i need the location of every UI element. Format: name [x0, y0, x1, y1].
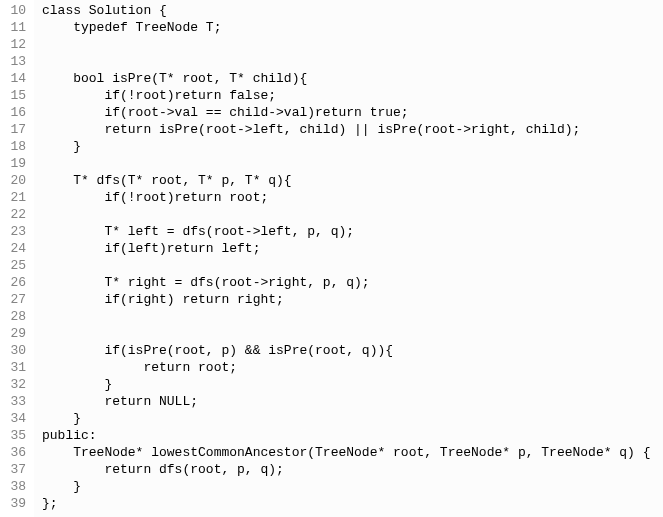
line-number: 16 [4, 104, 26, 121]
line-number: 35 [4, 427, 26, 444]
code-line: public: [42, 427, 659, 444]
line-number: 11 [4, 19, 26, 36]
code-line: }; [42, 495, 659, 512]
code-line: } [42, 376, 659, 393]
line-number: 30 [4, 342, 26, 359]
code-line: T* dfs(T* root, T* p, T* q){ [42, 172, 659, 189]
code-line: if(right) return right; [42, 291, 659, 308]
code-line: class Solution { [42, 2, 659, 19]
line-number: 19 [4, 155, 26, 172]
line-number: 34 [4, 410, 26, 427]
code-line: } [42, 138, 659, 155]
code-line [42, 53, 659, 70]
line-number: 20 [4, 172, 26, 189]
code-line: } [42, 478, 659, 495]
code-line: return dfs(root, p, q); [42, 461, 659, 478]
code-line: return NULL; [42, 393, 659, 410]
code-line: return isPre(root->left, child) || isPre… [42, 121, 659, 138]
line-number: 28 [4, 308, 26, 325]
code-line: TreeNode* lowestCommonAncestor(TreeNode*… [42, 444, 659, 461]
code-line [42, 325, 659, 342]
code-line: if(left)return left; [42, 240, 659, 257]
code-line: if(isPre(root, p) && isPre(root, q)){ [42, 342, 659, 359]
line-number: 27 [4, 291, 26, 308]
code-line: T* left = dfs(root->left, p, q); [42, 223, 659, 240]
code-line [42, 308, 659, 325]
line-number: 37 [4, 461, 26, 478]
line-number: 23 [4, 223, 26, 240]
code-line: if(root->val == child->val)return true; [42, 104, 659, 121]
code-line: if(!root)return false; [42, 87, 659, 104]
line-number: 15 [4, 87, 26, 104]
code-line [42, 206, 659, 223]
code-line [42, 257, 659, 274]
line-number: 29 [4, 325, 26, 342]
line-number: 12 [4, 36, 26, 53]
code-line: T* right = dfs(root->right, p, q); [42, 274, 659, 291]
line-number: 13 [4, 53, 26, 70]
line-number: 36 [4, 444, 26, 461]
line-number: 31 [4, 359, 26, 376]
line-number: 32 [4, 376, 26, 393]
line-number: 33 [4, 393, 26, 410]
code-line: typedef TreeNode T; [42, 19, 659, 36]
code-line: bool isPre(T* root, T* child){ [42, 70, 659, 87]
line-number-gutter: 1011121314151617181920212223242526272829… [0, 0, 34, 517]
line-number: 22 [4, 206, 26, 223]
code-line: if(!root)return root; [42, 189, 659, 206]
code-line [42, 155, 659, 172]
code-line: return root; [42, 359, 659, 376]
code-line: } [42, 410, 659, 427]
line-number: 39 [4, 495, 26, 512]
line-number: 10 [4, 2, 26, 19]
line-number: 18 [4, 138, 26, 155]
line-number: 17 [4, 121, 26, 138]
line-number: 25 [4, 257, 26, 274]
code-area: class Solution { typedef TreeNode T; boo… [34, 0, 663, 517]
line-number: 14 [4, 70, 26, 87]
line-number: 21 [4, 189, 26, 206]
line-number: 24 [4, 240, 26, 257]
line-number: 38 [4, 478, 26, 495]
code-line [42, 36, 659, 53]
line-number: 26 [4, 274, 26, 291]
